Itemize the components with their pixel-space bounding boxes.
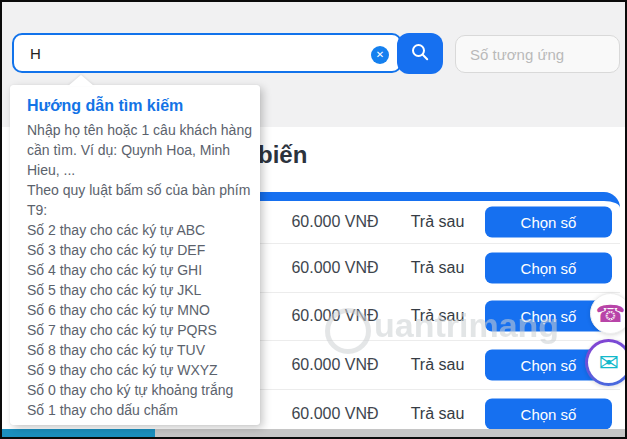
guide-title: Hướng dẫn tìm kiếm <box>27 97 248 115</box>
clear-search-icon[interactable]: ✕ <box>371 46 389 64</box>
dropdown-caret <box>68 75 94 86</box>
app-window: ✕ biến 60.000 VNĐ Trả sau Chọn số 60.000… <box>0 0 627 439</box>
guide-line: Số 4 thay cho các ký tự GHI <box>27 260 248 280</box>
payment-type: Trả sau <box>390 213 485 231</box>
guide-line: cần tìm. Ví dụ: Quynh Hoa, Minh <box>27 140 248 160</box>
envelope-icon: ✉ <box>588 342 627 383</box>
guide-line: T9: <box>27 200 248 220</box>
guide-line: Hieu, ... <box>27 160 248 180</box>
search-icon <box>410 42 430 65</box>
guide-line: Số 9 thay cho các ký tự WXYZ <box>27 360 248 380</box>
guide-line: Số 5 thay cho các ký tự JKL <box>27 280 248 300</box>
corresponding-number-input[interactable] <box>455 35 620 73</box>
guide-line: Theo quy luật bấm số của bàn phím <box>27 180 248 200</box>
payment-type: Trả sau <box>390 405 485 423</box>
choose-number-button[interactable]: Chọn số <box>485 252 612 283</box>
page-title: biến <box>258 141 307 169</box>
guide-line: Nhập họ tên hoặc 1 câu khách hàng <box>27 120 248 140</box>
guide-line: Số 7 thay cho các ký tự PQRS <box>27 320 248 340</box>
payment-type: Trả sau <box>390 307 485 325</box>
search-input[interactable] <box>12 33 402 73</box>
choose-number-button[interactable]: Chọn số <box>485 207 612 238</box>
phone-contact-icon[interactable]: ☎ <box>590 293 627 334</box>
email-contact-icon[interactable]: ✉ <box>585 339 627 386</box>
payment-type: Trả sau <box>390 356 485 374</box>
scrollbar-thumb[interactable] <box>2 429 155 437</box>
guide-line: Số 2 thay cho các ký tự ABC <box>27 220 248 240</box>
guide-line: Số 6 thay cho các ký tự MNO <box>27 300 248 320</box>
guide-line: Số 3 thay cho các ký tự DEF <box>27 240 248 260</box>
guide-line: Số 0 thay cho ký tự khoảng trắng <box>27 380 248 400</box>
search-button[interactable] <box>397 33 443 74</box>
payment-type: Trả sau <box>390 259 485 277</box>
choose-number-button[interactable]: Chọn số <box>485 398 612 429</box>
guide-line: Số 1 thay cho dấu chấm <box>27 400 248 420</box>
guide-line: Số 8 thay cho các ký tự TUV <box>27 340 248 360</box>
horizontal-scrollbar[interactable] <box>2 429 625 437</box>
search-guide-dropdown: Hướng dẫn tìm kiếm Nhập họ tên hoặc 1 câ… <box>10 85 260 425</box>
